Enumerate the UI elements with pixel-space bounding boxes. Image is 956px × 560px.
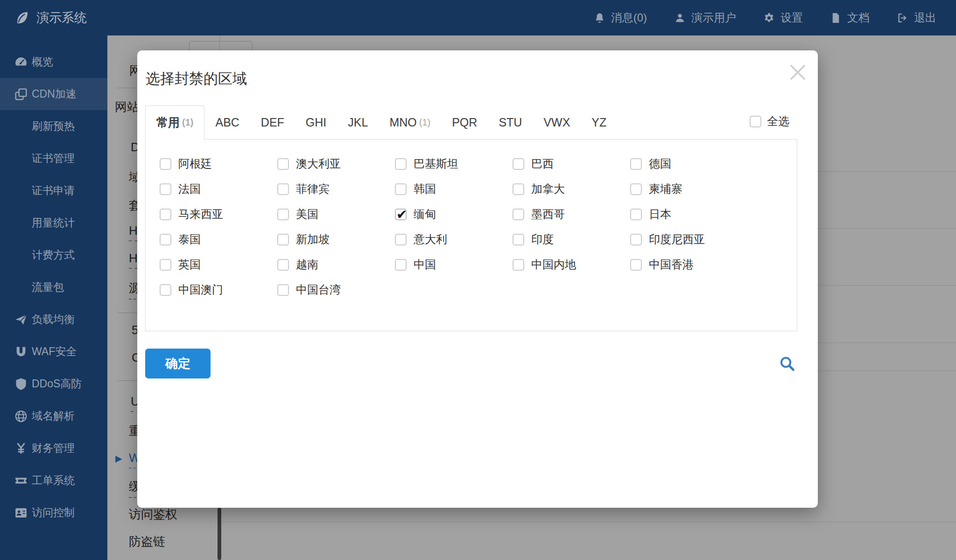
- region-checkbox-item[interactable]: 巴基斯坦: [395, 151, 513, 176]
- sidebar-item-load-balance[interactable]: 负载均衡: [0, 303, 107, 336]
- region-checkbox[interactable]: [160, 158, 171, 170]
- sidebar-item-ddos[interactable]: DDoS高防: [0, 368, 107, 400]
- confirm-button[interactable]: 确定: [145, 349, 211, 378]
- region-checkbox[interactable]: [277, 209, 289, 220]
- region-checkbox-item[interactable]: 美国: [277, 202, 395, 227]
- region-checkbox[interactable]: [277, 284, 289, 296]
- region-checkbox-item[interactable]: 中国台湾: [277, 277, 395, 302]
- region-label: 澳大利亚: [296, 156, 341, 171]
- region-checkbox[interactable]: [513, 158, 524, 170]
- tab-jkl[interactable]: JKL: [337, 105, 379, 140]
- user-icon: [674, 12, 686, 24]
- region-checkbox-item[interactable]: 中国香港: [630, 252, 748, 277]
- tab-mno[interactable]: MNO (1): [379, 105, 441, 140]
- region-label: 墨西哥: [531, 207, 565, 222]
- region-checkbox-item[interactable]: 阿根廷: [160, 151, 277, 176]
- plane-icon: [13, 313, 29, 327]
- sidebar-item-finance[interactable]: 财务管理: [0, 432, 107, 464]
- sidebar-item-cert-apply[interactable]: 证书申请: [0, 175, 107, 207]
- nav-item-docs[interactable]: 文档: [830, 10, 870, 25]
- close-button[interactable]: [787, 61, 809, 84]
- region-checkbox-item[interactable]: 墨西哥: [513, 202, 630, 227]
- region-checkbox[interactable]: [395, 158, 407, 170]
- region-checkbox[interactable]: [160, 259, 171, 271]
- region-checkbox-item[interactable]: 中国澳门: [160, 277, 277, 302]
- region-checkbox-item[interactable]: 中国: [395, 252, 513, 277]
- tab-common[interactable]: 常用 (1): [145, 105, 204, 140]
- region-checkbox-item[interactable]: 越南: [277, 252, 395, 277]
- region-checkbox-item[interactable]: 柬埔寨: [630, 176, 748, 202]
- tab-stu[interactable]: STU: [488, 105, 533, 140]
- region-checkbox-item[interactable]: 马来西亚: [160, 202, 277, 227]
- nav-item-user[interactable]: 演示用户: [674, 10, 736, 25]
- sidebar-item-dns[interactable]: 域名解析: [0, 400, 107, 432]
- region-checkbox[interactable]: [630, 183, 642, 195]
- region-checkbox-item[interactable]: 英国: [160, 252, 277, 277]
- region-checkbox-item[interactable]: 中国内地: [513, 252, 630, 277]
- region-checkbox[interactable]: [630, 259, 642, 271]
- region-checkbox[interactable]: [395, 209, 407, 220]
- region-checkbox-item[interactable]: 澳大利亚: [277, 151, 395, 176]
- region-checkbox-item[interactable]: 日本: [630, 202, 748, 227]
- tab-ghi[interactable]: GHI: [295, 105, 337, 140]
- nav-item-settings[interactable]: 设置: [763, 10, 803, 25]
- region-checkbox-item[interactable]: 巴西: [513, 151, 630, 176]
- nav-item-messages[interactable]: 消息(0): [594, 10, 647, 25]
- region-checkbox[interactable]: [395, 259, 407, 271]
- region-checkbox-item[interactable]: 意大利: [395, 227, 513, 252]
- region-checkbox[interactable]: [513, 183, 524, 195]
- region-checkbox[interactable]: [160, 209, 171, 220]
- select-all-checkbox[interactable]: [750, 116, 761, 127]
- regions-grid: 阿根廷 澳大利亚 巴基斯坦 巴西 德国 法国: [160, 151, 748, 302]
- region-checkbox[interactable]: [160, 183, 171, 195]
- close-icon: [787, 61, 809, 84]
- sidebar-item-access[interactable]: 访问控制: [0, 497, 107, 529]
- region-checkbox-item[interactable]: 韩国: [395, 176, 513, 202]
- region-label: 意大利: [414, 232, 447, 247]
- sidebar-item-waf[interactable]: WAF安全: [0, 336, 107, 368]
- search-button[interactable]: [778, 354, 796, 373]
- region-checkbox[interactable]: [630, 209, 642, 220]
- region-checkbox-item[interactable]: 印度: [513, 227, 630, 252]
- sidebar-item-traffic-pack[interactable]: 流量包: [0, 271, 107, 303]
- tab-abc[interactable]: ABC: [204, 105, 250, 140]
- sidebar-item-cdn[interactable]: CDN加速: [0, 78, 107, 110]
- region-checkbox[interactable]: [160, 234, 171, 245]
- region-checkbox-item[interactable]: 新加坡: [277, 227, 395, 252]
- region-label: 中国香港: [649, 257, 694, 272]
- region-checkbox[interactable]: [513, 234, 524, 245]
- tab-yz[interactable]: YZ: [581, 105, 617, 140]
- region-checkbox-item[interactable]: 菲律宾: [277, 176, 395, 202]
- region-checkbox[interactable]: [395, 234, 407, 245]
- region-checkbox[interactable]: [277, 183, 289, 195]
- region-checkbox[interactable]: [395, 183, 407, 195]
- region-checkbox-item[interactable]: 法国: [160, 176, 277, 202]
- region-checkbox-item[interactable]: 泰国: [160, 227, 277, 252]
- tab-def[interactable]: DEF: [250, 105, 295, 140]
- region-checkbox-item[interactable]: 缅甸: [395, 202, 513, 227]
- region-checkbox-item[interactable]: 印度尼西亚: [630, 227, 748, 252]
- region-checkbox[interactable]: [160, 284, 171, 296]
- region-label: 美国: [296, 207, 318, 222]
- region-checkbox[interactable]: [630, 158, 642, 170]
- region-checkbox[interactable]: [277, 259, 289, 271]
- tab-pqr[interactable]: PQR: [441, 105, 488, 140]
- region-checkbox-item[interactable]: 加拿大: [513, 176, 630, 202]
- sidebar-item-billing[interactable]: 计费方式: [0, 239, 107, 271]
- nav-item-logout[interactable]: 退出: [897, 10, 936, 25]
- letter-tabs: 常用 (1) ABC DEF GHI JKL MNO (1) PQR: [145, 105, 617, 140]
- sidebar-item-tickets[interactable]: 工单系统: [0, 464, 107, 497]
- region-checkbox[interactable]: [277, 158, 289, 170]
- tab-vwx[interactable]: VWX: [533, 105, 581, 140]
- region-checkbox-item[interactable]: 德国: [630, 151, 748, 176]
- select-all-control[interactable]: 全选: [750, 114, 789, 129]
- region-checkbox[interactable]: [513, 209, 524, 220]
- sidebar-item-usage[interactable]: 用量统计: [0, 207, 107, 239]
- layers-icon: [13, 87, 29, 101]
- sidebar-item-refresh[interactable]: 刷新预热: [0, 110, 107, 142]
- region-checkbox[interactable]: [630, 234, 642, 245]
- sidebar-item-overview[interactable]: 概览: [0, 46, 107, 78]
- sidebar-item-cert-manage[interactable]: 证书管理: [0, 142, 107, 175]
- region-checkbox[interactable]: [513, 259, 524, 271]
- region-checkbox[interactable]: [277, 234, 289, 245]
